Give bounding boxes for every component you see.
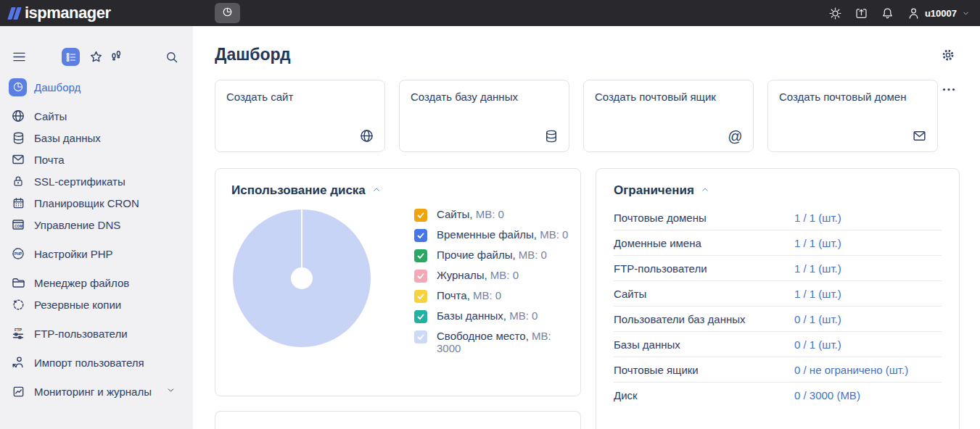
sidebar-item-label: Почта: [34, 154, 65, 166]
export-box-icon[interactable]: [855, 7, 868, 20]
table-row: FTP-пользователи 1 / 1 (шт.): [614, 256, 942, 281]
create-mailbox-card[interactable]: Создать почтовый ящик @: [583, 80, 754, 152]
legend-item: Журналы, MB: 0: [414, 269, 576, 283]
chevron-up-icon[interactable]: [372, 184, 381, 197]
user-menu[interactable]: u10007: [907, 7, 970, 20]
card-label: Создать базу данных: [411, 90, 541, 104]
database-icon: [11, 130, 25, 145]
legend-label: Свободное место,: [437, 330, 529, 342]
limit-value[interactable]: 1 / 1 (шт.): [794, 212, 942, 224]
chevron-down-icon: [961, 9, 970, 17]
limit-value[interactable]: 0 / 1 (шт.): [794, 338, 942, 351]
checkbox-icon[interactable]: [414, 310, 427, 323]
chart-legend: Сайты, MB: 0 Временные файлы, MB: 0 Проч…: [394, 207, 576, 354]
sidebar-item-php[interactable]: PHP Настройки PHP: [0, 243, 193, 265]
sidebar-item-databases[interactable]: Базы данных: [0, 127, 193, 149]
checkbox-icon[interactable]: [414, 270, 427, 283]
legend-item: Свободное место, MB: 3000: [414, 330, 576, 354]
legend-item: Временные файлы, MB: 0: [414, 228, 576, 242]
limit-value[interactable]: 1 / 1 (шт.): [794, 288, 942, 300]
theme-sun-icon[interactable]: [828, 7, 842, 20]
gear-icon[interactable]: [941, 48, 955, 62]
topbar-actions: u10007: [828, 0, 970, 26]
sidebar-item-dashboard[interactable]: Дашборд: [0, 76, 193, 98]
ftp-icon: FTP: [11, 326, 25, 341]
create-mail-domain-card[interactable]: Создать почтовый домен: [767, 80, 938, 152]
checklist-icon[interactable]: [62, 48, 80, 66]
mail-icon: [11, 152, 25, 167]
table-row: Диск 0 / 3000 (MB): [614, 383, 942, 408]
create-site-card[interactable]: Создать сайт: [215, 80, 385, 152]
sidebar-item-mail[interactable]: Почта: [0, 149, 193, 170]
footprints-icon[interactable]: [107, 48, 125, 66]
star-icon[interactable]: [87, 48, 105, 66]
legend-value: MB: 0: [519, 249, 547, 261]
username-label: u10007: [925, 8, 957, 19]
logo-slashes-icon: [9, 7, 20, 20]
panel-title: Ограничения: [614, 183, 694, 198]
main-content: Дашборд Создать сайт Создать базу данных: [193, 26, 980, 429]
hamburger-menu-icon[interactable]: [10, 48, 28, 66]
sidebar-item-label: Управление DNS: [34, 219, 120, 231]
pie-chart-icon: [222, 7, 233, 20]
sidebar-item-dns[interactable]: .COM Управление DNS: [0, 214, 193, 236]
sidebar-item-sites[interactable]: Сайты: [0, 105, 193, 127]
logo-text: ispmanager: [25, 5, 111, 21]
legend-item: Сайты, MB: 0: [414, 208, 576, 222]
legend-value: MB: 0: [473, 289, 501, 301]
legend-value: MB: 0: [540, 228, 568, 241]
limit-label: Сайты: [614, 288, 794, 300]
legend-item: Прочие файлы, MB: 0: [414, 249, 576, 262]
limit-value[interactable]: 0 / 1 (шт.): [794, 313, 942, 325]
table-row: Пользователи баз данных 0 / 1 (шт.): [614, 307, 942, 332]
legend-value: MB: 0: [490, 269, 519, 281]
disk-usage-header[interactable]: Использование диска: [231, 183, 564, 198]
chevron-up-icon[interactable]: [701, 184, 709, 197]
limit-label: Пользователи баз данных: [614, 313, 794, 325]
legend-label: Сайты,: [437, 208, 473, 220]
quick-actions: Создать сайт Создать базу данных Создать…: [215, 80, 960, 152]
limit-label: Доменные имена: [614, 237, 794, 249]
card-label: Создать сайт: [226, 90, 357, 104]
checkbox-icon[interactable]: [414, 229, 427, 242]
sidebar-item-ftp-users[interactable]: FTP FTP-пользователи: [0, 322, 193, 344]
create-database-card[interactable]: Создать базу данных: [399, 80, 569, 152]
disk-usage-pie-chart[interactable]: [233, 209, 371, 347]
sidebar-item-file-manager[interactable]: Менеджер файлов: [0, 272, 193, 293]
legend-label: Прочие файлы,: [437, 249, 516, 261]
page-title: Дашборд: [215, 45, 960, 64]
limits-panel: Ограничения Почтовые домены 1 / 1 (шт.) …: [596, 168, 960, 429]
limits-header[interactable]: Ограничения: [614, 183, 942, 198]
sidebar-item-label: SSL-сертификаты: [34, 175, 125, 188]
checkbox-icon[interactable]: [414, 290, 427, 303]
sidebar-item-import-user[interactable]: Импорт пользователя: [0, 351, 193, 373]
checkbox-icon[interactable]: [414, 209, 427, 222]
sidebar-item-ssl[interactable]: SSL-сертификаты: [0, 170, 193, 192]
sidebar-item-label: Резервные копии: [34, 299, 121, 311]
more-options-icon[interactable]: [942, 86, 956, 93]
sidebar-item-cron[interactable]: Планировщик CRON: [0, 192, 193, 214]
ispmanager-logo[interactable]: ispmanager: [0, 5, 111, 21]
limit-value[interactable]: 0 / не ограничено (шт.): [794, 364, 942, 376]
lock-icon: [11, 174, 25, 188]
checkbox-icon[interactable]: [414, 330, 427, 343]
search-icon[interactable]: [162, 48, 181, 66]
limit-value[interactable]: 1 / 1 (шт.): [794, 237, 942, 249]
sidebar-item-monitoring[interactable]: Мониторинг и журналы: [0, 380, 193, 402]
restore-icon: [11, 297, 25, 312]
panel-title: Использование диска: [231, 183, 366, 198]
bell-icon[interactable]: [881, 7, 894, 20]
sidebar-item-backups[interactable]: Резервные копии: [0, 293, 193, 315]
chevron-down-icon[interactable]: [166, 385, 176, 398]
app-window: ispmanager u10007: [0, 0, 980, 429]
checkbox-icon[interactable]: [414, 249, 427, 262]
svg-text:FTP: FTP: [15, 328, 22, 332]
user-import-icon: [11, 355, 25, 370]
monitoring-icon: [11, 384, 25, 399]
sidebar-item-label: Менеджер файлов: [34, 277, 129, 289]
limit-value[interactable]: 0 / 3000 (MB): [794, 389, 942, 401]
limit-label: Почтовые ящики: [614, 364, 794, 376]
pinned-dashboard-tab[interactable]: [215, 3, 240, 23]
legend-label: Почта,: [437, 289, 470, 301]
limit-value[interactable]: 1 / 1 (шт.): [794, 262, 942, 275]
